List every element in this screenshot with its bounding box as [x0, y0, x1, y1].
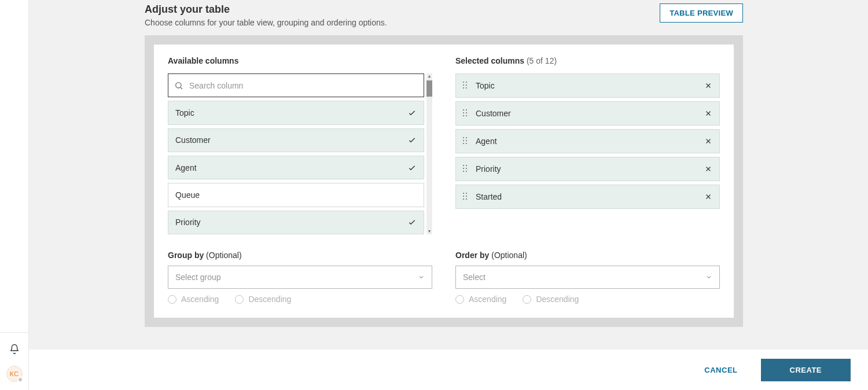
table-preview-button[interactable]: TABLE PREVIEW: [660, 3, 743, 23]
page-title: Adjust your table: [145, 3, 387, 16]
svg-point-0: [176, 82, 181, 87]
status-dot: [17, 377, 23, 382]
avatar-initials: KC: [10, 370, 19, 377]
selected-columns-section: Selected columns (5 of 12) Topic: [455, 56, 720, 234]
notifications-icon[interactable]: [9, 344, 20, 354]
group-by-select[interactable]: Select group: [168, 266, 432, 289]
remove-icon[interactable]: [704, 165, 712, 173]
drag-handle-icon[interactable]: [463, 193, 470, 201]
radio-icon: [168, 295, 176, 304]
content-area: Adjust your table Choose columns for you…: [29, 0, 868, 349]
available-item-queue[interactable]: Queue: [168, 183, 424, 207]
group-by-label: Group by (Optional): [168, 251, 432, 260]
chevron-down-icon: [705, 274, 712, 281]
radio-icon: [235, 295, 244, 304]
order-ascending-radio[interactable]: Ascending: [455, 295, 506, 304]
available-title: Available columns: [168, 56, 432, 65]
selected-item-started[interactable]: Started: [455, 185, 720, 209]
config-panel: Available columns Topic: [145, 35, 743, 327]
available-item-customer[interactable]: Customer: [168, 128, 424, 152]
available-item-priority[interactable]: Priority: [168, 211, 424, 234]
selected-item-priority[interactable]: Priority: [455, 157, 720, 181]
radio-icon: [455, 295, 464, 304]
remove-icon[interactable]: [704, 193, 712, 201]
create-button[interactable]: CREATE: [761, 359, 851, 381]
check-icon: [407, 218, 417, 227]
drag-handle-icon[interactable]: [463, 165, 470, 173]
page-subtitle: Choose columns for your table view, grou…: [145, 18, 387, 27]
check-icon: [407, 163, 417, 172]
selected-list: Topic Customer Agent: [455, 73, 720, 209]
selected-title: Selected columns (5 of 12): [455, 56, 720, 65]
selected-item-agent[interactable]: Agent: [455, 129, 720, 153]
selected-item-customer[interactable]: Customer: [455, 101, 720, 126]
left-rail: KC: [0, 0, 29, 390]
available-item-topic[interactable]: Topic: [168, 101, 424, 124]
remove-icon[interactable]: [704, 82, 712, 90]
order-by-select[interactable]: Select: [455, 266, 720, 289]
group-by-section: Group by (Optional) Select group Ascendi…: [168, 251, 432, 304]
remove-icon[interactable]: [704, 137, 712, 145]
radio-icon: [523, 295, 531, 304]
search-column-wrap[interactable]: [168, 73, 424, 97]
group-ascending-radio[interactable]: Ascending: [168, 295, 219, 304]
available-list: Topic Customer Agent: [168, 73, 424, 234]
available-scrollbar[interactable]: ▴ ▾: [426, 73, 432, 234]
order-descending-radio[interactable]: Descending: [523, 295, 579, 304]
check-icon: [407, 135, 417, 145]
user-avatar[interactable]: KC: [6, 366, 23, 382]
search-column-input[interactable]: [189, 81, 418, 90]
available-columns-section: Available columns Topic: [168, 56, 432, 234]
order-by-label: Order by (Optional): [455, 251, 720, 260]
selected-item-topic[interactable]: Topic: [455, 73, 720, 98]
order-by-section: Order by (Optional) Select Ascending: [455, 251, 720, 304]
header-row: Adjust your table Choose columns for you…: [145, 3, 743, 27]
chevron-down-icon: [418, 274, 425, 281]
group-descending-radio[interactable]: Descending: [235, 295, 291, 304]
footer-bar: CANCEL CREATE: [29, 349, 868, 390]
scrollbar-thumb[interactable]: [426, 80, 432, 97]
scroll-up-icon[interactable]: ▴: [426, 73, 432, 79]
remove-icon[interactable]: [704, 109, 712, 117]
available-item-agent[interactable]: Agent: [168, 156, 424, 179]
drag-handle-icon[interactable]: [463, 137, 470, 145]
search-icon: [174, 81, 183, 90]
scroll-down-icon[interactable]: ▾: [426, 229, 432, 234]
check-icon: [407, 108, 417, 117]
drag-handle-icon[interactable]: [463, 109, 470, 117]
cancel-button[interactable]: CANCEL: [704, 366, 737, 374]
drag-handle-icon[interactable]: [463, 82, 470, 90]
rail-divider: [0, 332, 28, 333]
